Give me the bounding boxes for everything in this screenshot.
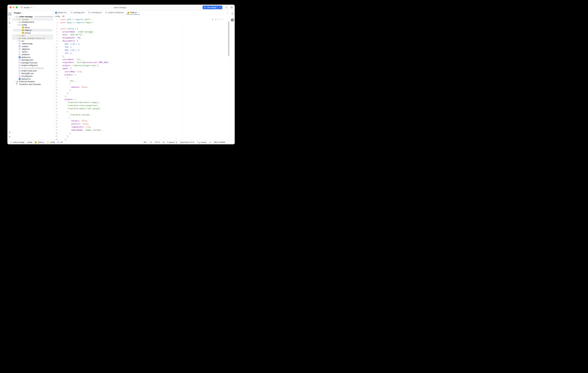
status-symbol-2[interactable]: h5 bbox=[61, 141, 63, 143]
code-line-5[interactable]: 5 projectName: 'order-miniapp', bbox=[53, 30, 230, 33]
search-everywhere-icon[interactable] bbox=[225, 6, 228, 9]
memory-indicator[interactable]: 968 of 4096M bbox=[214, 141, 225, 143]
code-line-28[interactable]: 28 'transform-decorators-legacy', bbox=[53, 101, 230, 104]
code-line-34[interactable]: 34 helpers: false, bbox=[53, 119, 230, 122]
commit-tool-icon[interactable] bbox=[8, 17, 11, 20]
status-file[interactable]: index.js bbox=[38, 141, 44, 143]
lock-icon[interactable] bbox=[209, 141, 211, 143]
plugin-avatar[interactable]: ✕ bbox=[231, 18, 234, 22]
tree-item-.eslintrc[interactable]: .eslintrc bbox=[12, 45, 53, 48]
tree-item-src[interactable]: src bbox=[12, 40, 53, 43]
code-line-1[interactable]: 1const path = require('path') bbox=[53, 18, 230, 21]
tree-item-scratches-and-consoles[interactable]: Scratches and Consoles bbox=[12, 83, 53, 86]
caret-position[interactable]: 84:7 bbox=[144, 141, 147, 143]
code-line-27[interactable]: 27 plugins: [ bbox=[53, 98, 230, 101]
code-editor[interactable]: 1const path = require('path')2const dayj… bbox=[53, 18, 230, 140]
code-line-12[interactable]: 12 375: 2, bbox=[53, 52, 230, 55]
tree-item-tsconfig.json[interactable]: {}tsconfig.json bbox=[12, 75, 53, 77]
close-window-button[interactable] bbox=[10, 7, 11, 8]
tree-item-order-miniapp[interactable]: order-miniapp~/Documents/Workspace/ bbox=[12, 15, 53, 18]
git-tool-icon[interactable] bbox=[8, 135, 11, 139]
tree-chevron-icon[interactable] bbox=[16, 40, 18, 42]
project-panel-header[interactable]: Project bbox=[12, 11, 53, 15]
code-line-23[interactable]: 23 modules: false, bbox=[53, 86, 230, 89]
highlight-level-icon[interactable] bbox=[163, 141, 165, 143]
code-line-26[interactable]: 26 ], bbox=[53, 95, 230, 98]
tree-item-prod.js[interactable]: JSprod.js bbox=[12, 32, 53, 34]
tree-item-node-modules[interactable]: node_moduleslibrary root bbox=[12, 37, 53, 40]
code-line-14[interactable]: 14 sourceRoot: 'src', bbox=[53, 58, 230, 61]
more-tools-icon[interactable]: ⋯ bbox=[8, 25, 11, 29]
code-line-10[interactable]: 10 750: 1, bbox=[53, 45, 230, 49]
git-branch-widget[interactable]: master ↗ bbox=[21, 6, 34, 9]
zoom-window-button[interactable] bbox=[16, 7, 18, 8]
code-line-19[interactable]: 19 presets: [ bbox=[53, 73, 230, 76]
code-line-24[interactable]: 24 }, bbox=[53, 88, 230, 92]
code-line-17[interactable]: 17 babel: { bbox=[53, 67, 230, 70]
code-line-39[interactable]: 39 ], bbox=[53, 135, 230, 138]
status-project[interactable]: order-miniapp bbox=[13, 141, 24, 143]
tree-item-project.config.json[interactable]: {}project.config.json bbox=[12, 64, 53, 67]
tree-item-global.d.ts[interactable]: TSglobal.d.ts bbox=[12, 56, 53, 59]
tab-global.d.ts[interactable]: TSglobal.d.ts bbox=[53, 10, 69, 15]
tab-package.json[interactable]: {}package.json bbox=[69, 10, 86, 15]
next-problem-icon[interactable] bbox=[221, 19, 223, 20]
tree-item-dev.js[interactable]: JSdev.js bbox=[12, 26, 53, 29]
tab-tsconfig.json[interactable]: {}tsconfig.json bbox=[86, 10, 104, 15]
project-tool-icon[interactable] bbox=[8, 12, 12, 16]
tree-chevron-icon[interactable] bbox=[14, 81, 16, 82]
status-symbol-1[interactable]: config bbox=[50, 141, 55, 143]
status-git-widget[interactable]: master bbox=[197, 141, 206, 143]
tree-chevron-icon[interactable] bbox=[14, 16, 16, 17]
minimize-window-button[interactable] bbox=[13, 7, 14, 8]
tree-item-.npmrc[interactable]: .npmrc bbox=[12, 51, 53, 53]
tab-index.js[interactable]: JSindex.js× bbox=[126, 10, 141, 15]
code-line-2[interactable]: 2const dayjs = require('dayjs') bbox=[53, 21, 230, 24]
code-line-11[interactable]: 11 828: 1.81 / 2, bbox=[53, 49, 230, 52]
code-line-21[interactable]: 21 'env', bbox=[53, 79, 230, 83]
code-line-8[interactable]: 8 deviceRatio: { bbox=[53, 39, 230, 43]
tab-project.config.json[interactable]: {}project.config.json bbox=[104, 10, 126, 15]
settings-gear-icon[interactable]: ⚙ bbox=[231, 6, 233, 9]
tree-item-.prettierrc[interactable]: {}.prettierrc bbox=[12, 53, 53, 56]
tree-item-index.js[interactable]: JSindex.js bbox=[12, 29, 53, 32]
line-ending[interactable]: LF bbox=[150, 141, 152, 143]
inspection-widget[interactable]: 3 bbox=[211, 18, 223, 21]
code-line-7[interactable]: 7 designWidth: 750, bbox=[53, 36, 230, 39]
run-configuration-button[interactable]: dev:weapp bbox=[203, 6, 222, 9]
code-line-36[interactable]: 36 regenerator: true, bbox=[53, 125, 230, 129]
run-config-chevron-icon[interactable] bbox=[219, 7, 222, 8]
code-line-3[interactable]: 3 bbox=[53, 24, 230, 27]
code-line-29[interactable]: 29 'transform-class-properties', bbox=[53, 104, 230, 107]
tree-item-project.swan.json[interactable]: {}project.swan.json bbox=[12, 69, 53, 72]
tree-item-.vscode[interactable]: .vscode bbox=[12, 18, 53, 21]
code-line-4[interactable]: 4const config = { bbox=[53, 27, 230, 30]
tree-item-typing.d.ts[interactable]: TStyping.d.ts bbox=[12, 77, 53, 80]
tree-item-external-libraries[interactable]: External Libraries bbox=[12, 80, 53, 83]
tree-item-.editorconfig[interactable]: ⚙.editorconfig bbox=[12, 42, 53, 45]
code-line-6[interactable]: 6 date: '2022-04-12', bbox=[53, 33, 230, 36]
code-line-31[interactable]: 31 [ bbox=[53, 110, 230, 113]
code-line-33[interactable]: 33 { bbox=[53, 116, 230, 120]
notifications-bell-icon[interactable] bbox=[231, 12, 234, 15]
problems-tool-icon[interactable] bbox=[8, 131, 11, 134]
tree-item-dist[interactable]: dist bbox=[12, 34, 53, 37]
code-line-9[interactable]: 9 640: 2.34 / 2, bbox=[53, 43, 230, 45]
tree-item-.gitignore[interactable]: .gitignore bbox=[12, 48, 53, 51]
code-line-20[interactable]: 20 [ bbox=[53, 76, 230, 79]
tree-chevron-icon[interactable] bbox=[16, 21, 18, 23]
prev-problem-icon[interactable] bbox=[218, 19, 220, 20]
code-line-37[interactable]: 37 moduleName: 'babel-runtime', bbox=[53, 129, 230, 132]
tree-chevron-icon[interactable] bbox=[16, 19, 18, 20]
status-dir[interactable]: config bbox=[27, 141, 32, 143]
tree-item-readme.md[interactable]: M↓README.md bbox=[12, 72, 53, 75]
breadcrumb-dir[interactable]: config bbox=[55, 15, 60, 17]
code-line-18[interactable]: 18 sourceMap: true, bbox=[53, 70, 230, 73]
code-line-13[interactable]: 13 }, bbox=[53, 55, 230, 58]
tree-item-config[interactable]: config bbox=[12, 23, 53, 26]
language-level[interactable]: TypeScript 3.9.10 bbox=[180, 141, 194, 143]
code-line-22[interactable]: 22 { bbox=[53, 83, 230, 86]
tab-options-kebab-icon[interactable]: ⋮ bbox=[227, 10, 229, 15]
tree-item-cloudfunctions[interactable]: cloudfunctions bbox=[12, 21, 53, 23]
structure-tool-icon[interactable] bbox=[8, 21, 11, 24]
